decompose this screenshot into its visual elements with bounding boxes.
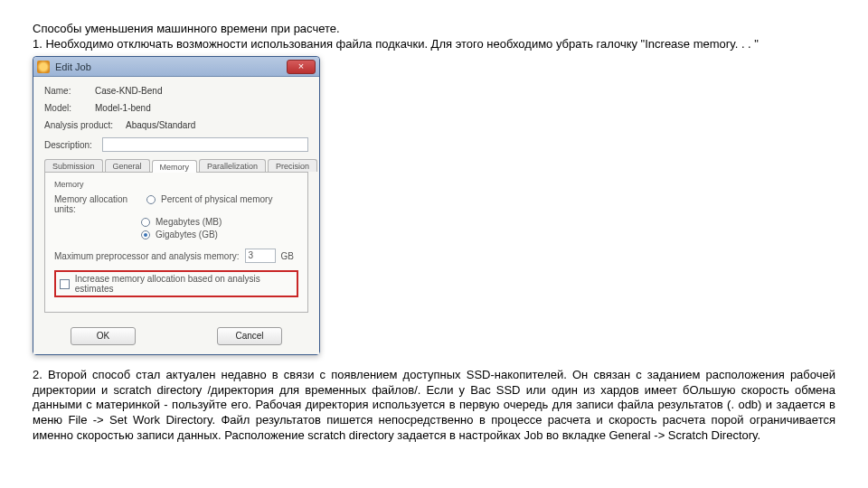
ok-button[interactable]: OK	[71, 327, 136, 345]
memory-group-title: Memory	[54, 180, 298, 189]
titlebar: Edit Job ×	[33, 57, 319, 77]
radio-gb-label: Gigabytes (GB)	[156, 230, 218, 239]
product-label: Analysis product:	[44, 120, 120, 130]
row-name: Name: Case-KND-Bend	[44, 86, 308, 96]
cancel-button[interactable]: Cancel	[217, 327, 282, 345]
tab-submission[interactable]: Submission	[44, 159, 103, 172]
row-description: Description:	[44, 137, 308, 152]
radio-row-mb: Megabytes (MB)	[141, 217, 298, 227]
dialog-button-row: OK Cancel	[33, 320, 319, 354]
max-memory-units: GB	[281, 251, 294, 261]
intro-line-2: 1. Необходимо отключать возможности испо…	[33, 37, 835, 51]
tab-memory[interactable]: Memory	[152, 160, 198, 173]
tab-parallelization[interactable]: Parallelization	[199, 159, 266, 172]
increase-memory-checkbox[interactable]	[60, 279, 70, 289]
tabs: Submission General Memory Parallelizatio…	[44, 159, 308, 173]
edit-job-dialog: Edit Job × Name: Case-KND-Bend Model: Mo…	[33, 56, 320, 355]
app-icon	[37, 61, 50, 73]
radio-percent[interactable]	[146, 195, 156, 204]
name-value: Case-KND-Bend	[95, 86, 162, 96]
memory-tabpage: Memory Memory allocation units: Percent …	[44, 173, 308, 313]
radio-mb[interactable]	[141, 218, 150, 227]
alloc-units-row: Memory allocation units: Percent of phys…	[54, 194, 298, 214]
tab-precision[interactable]: Precision	[268, 159, 317, 172]
increase-memory-label: Increase memory allocation based on anal…	[75, 274, 293, 294]
radio-gb[interactable]	[141, 230, 150, 239]
window-title: Edit Job	[55, 61, 287, 72]
max-memory-input[interactable]: 3	[245, 249, 276, 263]
dialog-body: Name: Case-KND-Bend Model: Model-1-bend …	[33, 77, 319, 320]
product-value: Abaqus/Standard	[126, 120, 195, 130]
increase-memory-row: Increase memory allocation based on anal…	[54, 270, 298, 297]
intro-line-1: Способы уменьшения машинного времени при…	[33, 22, 835, 35]
row-product: Analysis product: Abaqus/Standard	[44, 120, 308, 130]
radio-mb-label: Megabytes (MB)	[156, 217, 222, 227]
radio-row-gb: Gigabytes (GB)	[141, 230, 298, 239]
row-model: Model: Model-1-bend	[44, 103, 308, 113]
paragraph-2: 2. Второй способ стал актуален недавно в…	[33, 368, 835, 443]
tab-general[interactable]: General	[105, 159, 150, 172]
model-label: Model:	[44, 103, 90, 113]
name-label: Name:	[44, 86, 90, 96]
radio-percent-label: Percent of physical memory	[161, 194, 272, 204]
alloc-units-label: Memory allocation units:	[54, 194, 141, 214]
model-value: Model-1-bend	[95, 103, 151, 113]
max-memory-row: Maximum preprocessor and analysis memory…	[54, 249, 298, 263]
close-icon[interactable]: ×	[287, 60, 316, 74]
screenshot-edit-job: Edit Job × Name: Case-KND-Bend Model: Mo…	[33, 56, 835, 355]
max-memory-label: Maximum preprocessor and analysis memory…	[54, 251, 240, 261]
description-label: Description:	[44, 140, 97, 150]
description-input[interactable]	[102, 137, 308, 152]
